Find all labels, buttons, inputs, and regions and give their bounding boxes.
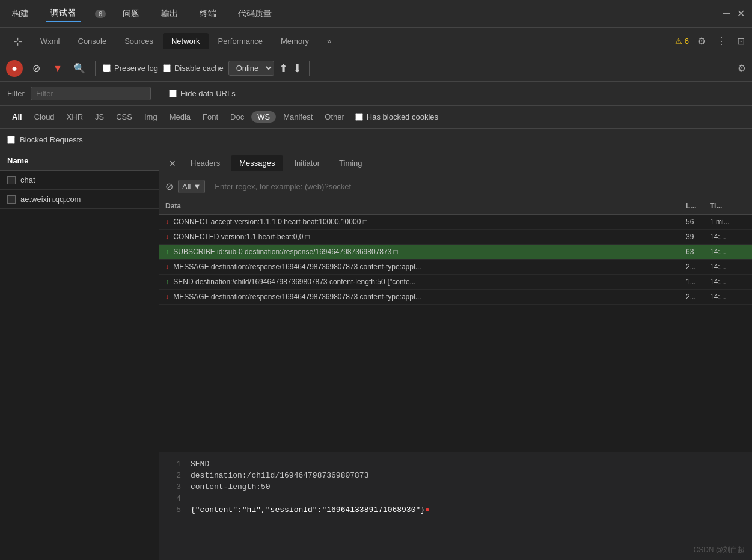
line-content: SEND [191,460,209,469]
block-button[interactable]: ⊘ [28,60,44,77]
list-item-ae[interactable]: ae.weixin.qq.com [0,190,159,209]
filter-input[interactable] [31,87,151,100]
type-font[interactable]: Font [198,111,223,123]
type-doc[interactable]: Doc [225,111,249,123]
row-data: ↓ MESSAGE destination:/response/16946479… [165,293,686,301]
download-icon[interactable]: ⬇ [293,62,302,75]
type-cloud[interactable]: Cloud [29,111,60,123]
filter-button[interactable]: ▼ [49,60,66,77]
tab-console[interactable]: Console [70,33,115,49]
layout-icon[interactable]: ⊡ [735,33,747,49]
hide-data-urls-checkbox[interactable] [169,90,177,97]
title-issues[interactable]: 问题 [118,6,144,22]
title-code-quality[interactable]: 代码质量 [233,6,277,22]
toolbar: ● ⊘ ▼ 🔍 Preserve log Disable cache Onlin… [0,55,752,82]
table-row[interactable]: ↓ MESSAGE destination:/response/16946479… [159,290,752,305]
tab-memory[interactable]: Memory [272,33,317,49]
blocked-cookies-checkbox[interactable] [355,113,363,121]
title-bar: 构建 调试器 6 问题 输出 终端 代码质量 ─ ✕ [0,0,752,28]
tab-initiator[interactable]: Initiator [286,155,328,171]
close-button[interactable]: ✕ [737,8,745,19]
row-time: 14:... [710,248,746,256]
table-row[interactable]: ↓ CONNECTED version:1.1 heart-beat:0,0 □… [159,230,752,245]
arrow-down-icon: ↓ [165,233,169,241]
tab-performance[interactable]: Performance [210,33,271,49]
detail-tab-close-icon[interactable]: ✕ [165,156,180,171]
record-button[interactable]: ● [6,60,23,77]
tab-network[interactable]: Network [163,33,209,49]
table-row[interactable]: ↓ MESSAGE destination:/response/16946479… [159,260,752,275]
tab-wxml[interactable]: Wxml [32,33,69,49]
data-table: Data L... Ti... ↓ CONNECT accept-version… [159,198,752,452]
table-row[interactable]: ↑ SEND destination:/child/16946479873698… [159,275,752,290]
warning-badge[interactable]: ⚠ 6 [675,37,689,46]
hide-data-urls-label[interactable]: Hide data URLs [180,89,236,98]
tab-bar-right: ⚠ 6 ⚙ ⋮ ⊡ [675,33,747,49]
item-checkbox-chat[interactable] [7,176,16,184]
title-output[interactable]: 输出 [156,6,183,22]
list-item-chat[interactable]: chat [0,171,159,190]
toolbar-settings-icon[interactable]: ⚙ [738,62,746,74]
row-time: 14:... [710,278,746,286]
search-button[interactable]: 🔍 [71,60,88,77]
tab-sources[interactable]: Sources [116,33,162,49]
line-number: 3 [169,482,181,492]
type-xhr[interactable]: XHR [62,111,88,123]
messages-all-select[interactable]: All ▼ [178,180,205,193]
type-media[interactable]: Media [165,111,195,123]
table-row[interactable]: ↑ SUBSCRIBE id:sub-0 destination:/respon… [159,245,752,260]
all-label: All [182,182,191,191]
window-controls: ─ ✕ [723,8,745,19]
type-img[interactable]: Img [139,111,162,123]
arrow-up-icon: ↑ [165,248,169,256]
data-table-header: Data L... Ti... [159,198,752,215]
preserve-log-label[interactable]: Preserve log [114,64,158,73]
hide-data-urls-group: Hide data URLs [169,89,236,98]
tab-timing[interactable]: Timing [331,155,371,171]
tab-more[interactable]: » [319,33,340,49]
row-time: 14:... [710,263,746,271]
disable-cache-label[interactable]: Disable cache [174,64,224,73]
blocked-cookies-label[interactable]: Has blocked cookies [367,112,438,121]
separator-2 [309,61,310,76]
record-icon: ● [11,63,17,74]
type-ws[interactable]: WS [251,111,276,123]
row-length: 2... [686,293,710,301]
type-other[interactable]: Other [320,111,349,123]
blocked-requests-label[interactable]: Blocked Requests [20,135,83,144]
arrow-up-icon: ↑ [165,278,169,286]
tab-headers[interactable]: Headers [182,155,228,171]
tab-cursor-icon[interactable]: ⊹ [5,31,31,52]
name-header: Name [0,151,159,171]
filter-bar: Filter Hide data URLs [0,82,752,106]
network-throttle-select[interactable]: Online [228,61,274,76]
item-checkbox-ae[interactable] [7,195,16,204]
blocked-requests-checkbox[interactable] [7,136,15,144]
minimize-button[interactable]: ─ [723,8,730,19]
type-all[interactable]: All [7,111,27,123]
regex-input[interactable] [210,180,746,193]
type-css[interactable]: CSS [111,111,137,123]
messages-block-icon[interactable]: ⊘ [165,181,173,192]
type-manifest[interactable]: Manifest [278,111,317,123]
settings-icon[interactable]: ⚙ [695,33,708,49]
row-data: ↓ CONNECT accept-version:1.1,1.0 heart-b… [165,218,686,226]
watermark: CSDN @刘白超 [693,545,745,555]
tab-messages[interactable]: Messages [231,155,283,171]
preview-line: 4 [169,493,742,504]
type-js[interactable]: JS [90,111,109,123]
title-debugger[interactable]: 调试器 [46,5,81,22]
arrow-down-icon: ↓ [165,263,169,271]
preserve-log-checkbox[interactable] [103,64,111,72]
title-build[interactable]: 构建 [7,6,34,22]
line-number: 4 [169,494,181,503]
table-row[interactable]: ↓ CONNECT accept-version:1.1,1.0 heart-b… [159,215,752,230]
more-menu-icon[interactable]: ⋮ [714,33,729,49]
title-terminal[interactable]: 终端 [195,6,221,22]
messages-filter-bar: ⊘ All ▼ [159,175,752,198]
red-dot-icon: ● [425,505,430,514]
col-data: Data [165,202,686,210]
upload-icon[interactable]: ⬆ [279,62,288,75]
disable-cache-checkbox[interactable] [163,64,171,72]
item-label-ae: ae.weixin.qq.com [20,195,81,204]
